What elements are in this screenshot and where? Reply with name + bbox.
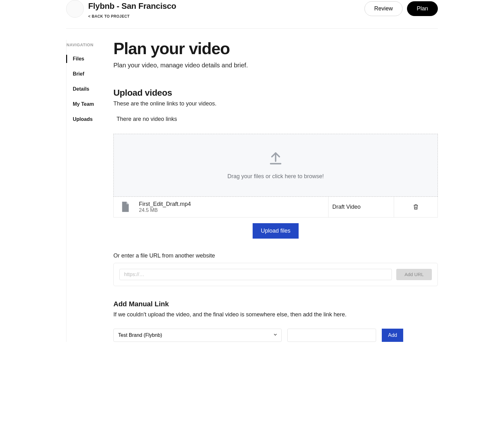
add-manual-link-button[interactable]: Add — [382, 329, 403, 342]
sidebar-item-details[interactable]: Details — [66, 83, 113, 95]
upload-icon — [268, 150, 283, 166]
sidebar-heading: NAVIGATION — [66, 42, 113, 53]
header: Flybnb - San Francisco < BACK TO PROJECT… — [66, 0, 438, 29]
manual-row: Test Brand (Flybnb) Add — [113, 329, 438, 342]
page-title: Plan your video — [113, 40, 438, 57]
file-icon — [121, 201, 129, 212]
brand-select[interactable]: Test Brand (Flybnb) — [113, 329, 282, 342]
file-size: 24.5 MB — [139, 207, 191, 213]
brand-select-wrap: Test Brand (Flybnb) — [113, 329, 282, 342]
trash-icon — [413, 203, 419, 210]
sidebar-item-brief[interactable]: Brief — [66, 68, 113, 80]
add-url-button[interactable]: Add URL — [396, 269, 432, 280]
title-block: Flybnb - San Francisco < BACK TO PROJECT — [88, 0, 176, 19]
sidebar-item-label: Brief — [73, 71, 84, 76]
header-left: Flybnb - San Francisco < BACK TO PROJECT — [66, 0, 176, 19]
header-right: Review Plan — [364, 0, 438, 16]
url-section-label: Or enter a file URL from another website — [113, 252, 438, 259]
url-box: Add URL — [113, 263, 438, 286]
upload-files-button[interactable]: Upload files — [253, 223, 299, 239]
empty-links-note: There are no video links — [113, 116, 438, 122]
content: Plan your video Plan your video, manage … — [113, 40, 438, 342]
project-title: Flybnb - San Francisco — [88, 1, 176, 11]
sidebar-item-label: Details — [73, 86, 89, 92]
upload-section-title: Upload videos — [113, 88, 438, 98]
upload-section-subtitle: These are the online links to your video… — [113, 100, 438, 107]
review-button[interactable]: Review — [364, 1, 403, 16]
dropzone[interactable]: Drag your files or click here to browse! — [113, 134, 438, 197]
file-type: Draft Video — [329, 197, 394, 217]
url-input[interactable] — [119, 269, 392, 280]
sidebar-item-uploads[interactable]: Uploads — [66, 113, 113, 125]
sidebar-item-label: Uploads — [73, 116, 93, 122]
delete-file-button[interactable] — [411, 201, 421, 212]
page-subtitle: Plan your video, manage video details an… — [113, 62, 438, 69]
sidebar-item-label: Files — [73, 56, 84, 61]
file-name: First_Edit_Draft.mp4 — [139, 201, 191, 207]
main: NAVIGATION Files Brief Details My Team U… — [66, 29, 438, 342]
file-text: First_Edit_Draft.mp4 24.5 MB — [139, 201, 191, 213]
plan-button[interactable]: Plan — [407, 1, 438, 16]
file-row: First_Edit_Draft.mp4 24.5 MB Draft Video — [113, 197, 438, 218]
sidebar-item-label: My Team — [73, 101, 94, 107]
sidebar-item-my-team[interactable]: My Team — [66, 98, 113, 110]
manual-link-subtitle: If we couldn't upload the video, and the… — [113, 311, 438, 318]
manual-link-title: Add Manual Link — [113, 300, 438, 308]
sidebar-item-files[interactable]: Files — [66, 53, 113, 65]
back-to-project-link[interactable]: < BACK TO PROJECT — [88, 14, 130, 19]
file-actions — [394, 197, 438, 217]
avatar — [66, 0, 84, 18]
manual-link-input[interactable] — [287, 329, 376, 342]
dropzone-text: Drag your files or click here to browse! — [227, 173, 324, 180]
sidebar: NAVIGATION Files Brief Details My Team U… — [66, 40, 113, 342]
file-meta: First_Edit_Draft.mp4 24.5 MB — [114, 197, 329, 217]
